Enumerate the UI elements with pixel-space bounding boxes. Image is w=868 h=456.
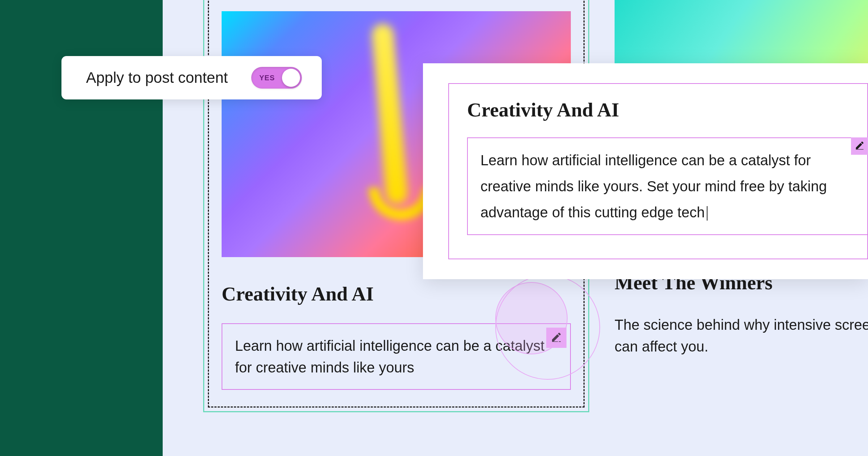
toggle-state-text: YES bbox=[259, 74, 275, 82]
editor-edit-button[interactable] bbox=[851, 137, 868, 155]
edit-button[interactable] bbox=[546, 328, 566, 348]
text-cursor bbox=[707, 206, 707, 221]
editor-title: Creativity And AI bbox=[467, 98, 867, 121]
post-description-box[interactable]: Learn how artificial intelligence can be… bbox=[222, 323, 571, 390]
editor-text-content: Learn how artificial intelligence can be… bbox=[480, 147, 855, 225]
pencil-icon bbox=[551, 331, 562, 344]
post-description-secondary: The science behind why intensive screens… bbox=[615, 314, 868, 357]
post-title-primary: Creativity And AI bbox=[222, 282, 571, 305]
toggle-knob bbox=[282, 69, 300, 87]
editor-text-input[interactable]: Learn how artificial intelligence can be… bbox=[467, 137, 868, 235]
pencil-icon bbox=[855, 140, 865, 152]
toggle-label: Apply to post content bbox=[86, 69, 228, 86]
apply-toggle[interactable]: YES bbox=[251, 67, 302, 89]
post-description-primary: Learn how artificial intelligence can be… bbox=[235, 335, 557, 378]
editor-selection-outer: Creativity And AI Learn how artificial i… bbox=[448, 83, 868, 259]
content-editor-popup: Creativity And AI Learn how artificial i… bbox=[423, 63, 868, 279]
apply-toggle-panel: Apply to post content YES bbox=[61, 56, 322, 99]
